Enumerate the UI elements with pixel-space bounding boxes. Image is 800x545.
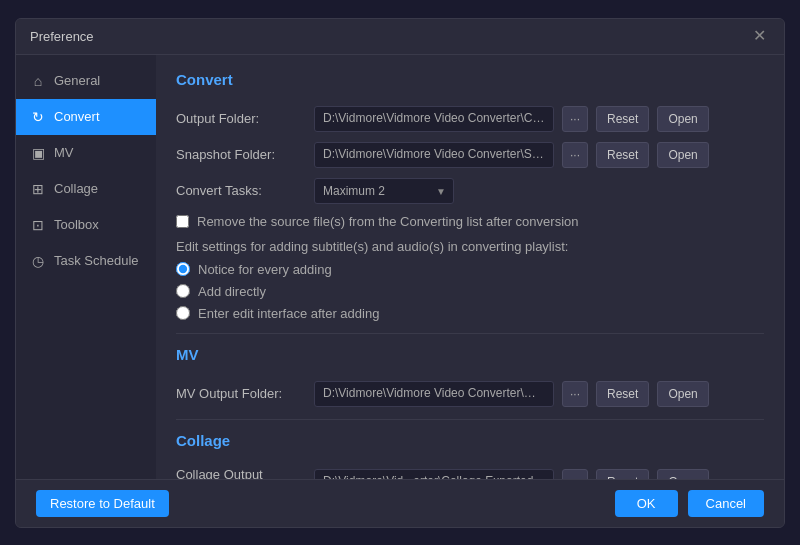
snapshot-folder-reset-button[interactable]: Reset (596, 142, 649, 168)
convert-tasks-label: Convert Tasks: (176, 183, 306, 198)
sidebar-item-general[interactable]: ⌂ General (16, 63, 156, 99)
sidebar-item-label-convert: Convert (54, 109, 100, 124)
sidebar-item-collage[interactable]: ⊞ Collage (16, 171, 156, 207)
convert-tasks-select[interactable]: Maximum 1 Maximum 2 Maximum 3 Maximum 4 (314, 178, 454, 204)
radio-notice[interactable] (176, 262, 190, 276)
remove-source-checkbox[interactable] (176, 215, 189, 228)
output-folder-dots-button[interactable]: ··· (562, 106, 588, 132)
sidebar-item-label-toolbox: Toolbox (54, 217, 99, 232)
convert-tasks-row: Convert Tasks: Maximum 1 Maximum 2 Maxim… (176, 178, 764, 204)
mv-output-folder-label: MV Output Folder: (176, 386, 306, 401)
sidebar-item-toolbox[interactable]: ⊡ Toolbox (16, 207, 156, 243)
snapshot-folder-path: D:\Vidmore\Vidmore Video Converter\Snaps… (314, 142, 554, 168)
dialog-title: Preference (30, 29, 94, 44)
convert-tasks-select-wrap: Maximum 1 Maximum 2 Maximum 3 Maximum 4 … (314, 178, 454, 204)
sidebar-item-label-collage: Collage (54, 181, 98, 196)
mv-output-folder-dots-button[interactable]: ··· (562, 381, 588, 407)
output-folder-reset-button[interactable]: Reset (596, 106, 649, 132)
edit-settings-label: Edit settings for adding subtitle(s) and… (176, 239, 764, 254)
close-button[interactable]: ✕ (749, 26, 770, 46)
mv-output-folder-path: D:\Vidmore\Vidmore Video Converter\MV Ex… (314, 381, 554, 407)
convert-icon: ↻ (30, 109, 46, 125)
mv-output-folder-open-button[interactable]: Open (657, 381, 708, 407)
collage-output-folder-dots-button[interactable]: ··· (562, 469, 588, 479)
collage-output-folder-row: Collage Output Folder: D:\Vidmore\Vid...… (176, 467, 764, 479)
collage-output-folder-label: Collage Output Folder: (176, 467, 306, 479)
content-area: ⌂ General ↻ Convert ▣ MV ⊞ Collage ⊡ Too… (16, 55, 784, 479)
snapshot-folder-row: Snapshot Folder: D:\Vidmore\Vidmore Vide… (176, 142, 764, 168)
radio-add-directly-label[interactable]: Add directly (198, 284, 266, 299)
toolbox-icon: ⊡ (30, 217, 46, 233)
task-schedule-icon: ◷ (30, 253, 46, 269)
footer-right-buttons: OK Cancel (615, 490, 764, 517)
sidebar-item-label-general: General (54, 73, 100, 88)
mv-section-title: MV (176, 346, 764, 367)
output-folder-row: Output Folder: D:\Vidmore\Vidmore Video … (176, 106, 764, 132)
radio-enter-edit-label[interactable]: Enter edit interface after adding (198, 306, 379, 321)
footer: Restore to Default OK Cancel (16, 479, 784, 527)
ok-button[interactable]: OK (615, 490, 678, 517)
remove-source-row: Remove the source file(s) from the Conve… (176, 214, 764, 229)
general-icon: ⌂ (30, 73, 46, 89)
collage-output-folder-path: D:\Vidmore\Vid...erter\Collage Exported (314, 469, 554, 479)
snapshot-folder-dots-button[interactable]: ··· (562, 142, 588, 168)
title-bar: Preference ✕ (16, 19, 784, 55)
snapshot-folder-label: Snapshot Folder: (176, 147, 306, 162)
collage-section-title: Collage (176, 432, 764, 453)
radio-enter-edit[interactable] (176, 306, 190, 320)
sidebar-item-label-mv: MV (54, 145, 74, 160)
sidebar-item-mv[interactable]: ▣ MV (16, 135, 156, 171)
main-content: Convert Output Folder: D:\Vidmore\Vidmor… (156, 55, 784, 479)
sidebar-item-task-schedule[interactable]: ◷ Task Schedule (16, 243, 156, 279)
collage-output-folder-reset-button[interactable]: Reset (596, 469, 649, 479)
radio-enter-edit-row: Enter edit interface after adding (176, 306, 764, 321)
output-folder-open-button[interactable]: Open (657, 106, 708, 132)
collage-output-folder-open-button[interactable]: Open (657, 469, 708, 479)
sidebar: ⌂ General ↻ Convert ▣ MV ⊞ Collage ⊡ Too… (16, 55, 156, 479)
cancel-button[interactable]: Cancel (688, 490, 764, 517)
radio-notice-row: Notice for every adding (176, 262, 764, 277)
mv-output-folder-reset-button[interactable]: Reset (596, 381, 649, 407)
radio-add-directly[interactable] (176, 284, 190, 298)
radio-add-directly-row: Add directly (176, 284, 764, 299)
convert-section-title: Convert (176, 71, 764, 92)
restore-default-button[interactable]: Restore to Default (36, 490, 169, 517)
mv-icon: ▣ (30, 145, 46, 161)
radio-notice-label[interactable]: Notice for every adding (198, 262, 332, 277)
section-divider-collage (176, 419, 764, 420)
sidebar-item-convert[interactable]: ↻ Convert (16, 99, 156, 135)
output-folder-path: D:\Vidmore\Vidmore Video Converter\Conve… (314, 106, 554, 132)
collage-icon: ⊞ (30, 181, 46, 197)
preference-dialog: Preference ✕ ⌂ General ↻ Convert ▣ MV ⊞ … (15, 18, 785, 528)
remove-source-label[interactable]: Remove the source file(s) from the Conve… (197, 214, 579, 229)
mv-output-folder-row: MV Output Folder: D:\Vidmore\Vidmore Vid… (176, 381, 764, 407)
section-divider-mv (176, 333, 764, 334)
snapshot-folder-open-button[interactable]: Open (657, 142, 708, 168)
sidebar-item-label-task-schedule: Task Schedule (54, 253, 139, 268)
output-folder-label: Output Folder: (176, 111, 306, 126)
